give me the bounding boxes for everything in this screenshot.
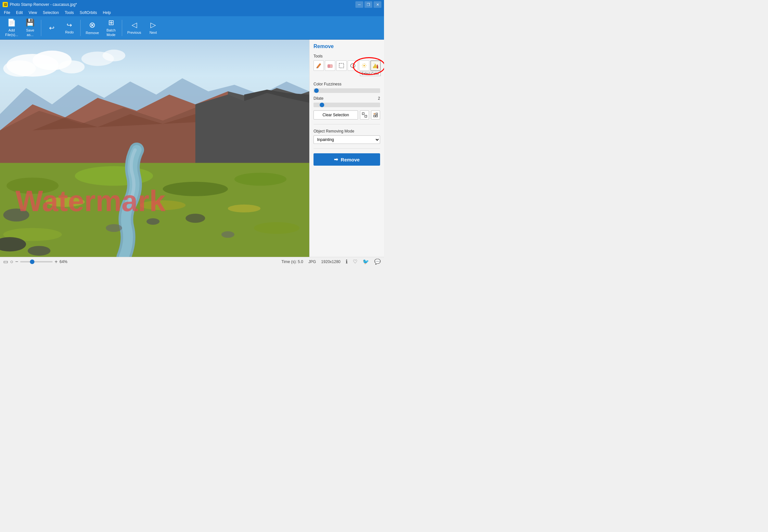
toolbar-separator-1 (41, 20, 41, 36)
action-row: Clear Selection (314, 110, 380, 120)
menu-file[interactable]: File (1, 10, 13, 16)
color-fuzziness-slider[interactable] (314, 88, 380, 93)
svg-point-20 (140, 200, 186, 210)
status-rect-icon: ▭ (3, 259, 8, 265)
previous-button[interactable]: ◁ Previous (125, 18, 144, 38)
format-label: JPG (308, 260, 316, 264)
menu-softorbits[interactable]: SoftOrbits (77, 10, 99, 16)
svg-rect-33 (339, 63, 344, 68)
status-left: ▭ ○ − + 64% (3, 259, 278, 265)
zoom-in-button[interactable]: + (55, 259, 58, 265)
remove-toolbar-button[interactable]: ⊗ Remove (83, 18, 102, 38)
minimize-button[interactable]: ─ (355, 1, 363, 8)
save-as-button[interactable]: 💾 Saveas... (22, 18, 38, 38)
right-panel: Remove Tools (309, 40, 384, 257)
save-icon: 💾 (26, 19, 34, 27)
zoom-out-button[interactable]: − (15, 259, 18, 265)
removing-mode-select[interactable]: Inpainting Content-Aware Fill Texture Sy… (314, 135, 380, 144)
remove-button-label: Remove (341, 157, 360, 162)
toolbar: 📄 AddFile(s)... 💾 Saveas... ↩ ↪ Redo ⊗ R… (0, 16, 384, 40)
select-color-label: Select Color (360, 71, 381, 76)
menu-view[interactable]: View (26, 10, 40, 16)
menu-help[interactable]: Help (100, 10, 114, 16)
next-icon: ▷ (150, 21, 156, 29)
zoom-thumb (30, 260, 34, 264)
color-fuzziness-label: Color Fuzziness (314, 82, 341, 86)
zoom-level: 64% (59, 260, 67, 264)
previous-icon: ◁ (132, 21, 137, 29)
svg-rect-45 (373, 67, 377, 68)
next-button[interactable]: ▷ Next (145, 18, 161, 38)
dilate-slider[interactable] (314, 103, 380, 107)
undo-button[interactable]: ↩ (44, 18, 60, 38)
rect-select-button[interactable] (336, 60, 347, 71)
zoom-track (20, 261, 53, 262)
landscape-image (0, 40, 309, 257)
share-icon[interactable]: ♡ (353, 259, 357, 265)
zoom-selection-button[interactable] (371, 110, 380, 120)
menu-tools[interactable]: Tools (62, 10, 76, 16)
svg-point-27 (186, 214, 205, 223)
canvas-area[interactable]: Watermark (0, 40, 309, 257)
svg-point-15 (6, 178, 58, 194)
batch-icon: ⊞ (108, 19, 114, 27)
batch-mode-button[interactable]: ⊞ BatchMode (103, 18, 119, 38)
redo-icon: ↪ (67, 21, 72, 29)
title-bar: 🖼 Photo Stamp Remover - caucasus.jpg* ─ … (0, 0, 384, 9)
object-removing-section: Object Removing Mode Inpainting Content-… (314, 129, 380, 144)
close-button[interactable]: ✕ (374, 1, 381, 8)
color-picker-button[interactable]: Select Color (370, 60, 381, 71)
svg-point-4 (58, 60, 84, 73)
maximize-button[interactable]: ❐ (365, 1, 372, 8)
zoom-controls: − + 64% (15, 259, 68, 265)
remove-icon: ⊗ (89, 20, 96, 30)
marker-tool-button[interactable] (314, 60, 324, 71)
svg-line-42 (365, 64, 366, 65)
svg-rect-49 (362, 113, 364, 115)
svg-line-40 (363, 64, 363, 65)
svg-point-30 (28, 246, 50, 256)
svg-point-6 (103, 50, 125, 61)
svg-point-17 (163, 182, 228, 196)
svg-marker-13 (195, 93, 309, 163)
dilate-value: 2 (378, 96, 380, 101)
svg-line-48 (374, 63, 374, 64)
toolbar-separator-3 (122, 20, 122, 36)
tools-section: Tools (314, 54, 380, 71)
undo-icon: ↩ (49, 24, 55, 32)
svg-point-47 (377, 65, 378, 66)
add-files-button[interactable]: 📄 AddFile(s)... (3, 18, 21, 38)
svg-rect-32 (328, 65, 330, 68)
svg-point-28 (221, 231, 234, 238)
window-controls[interactable]: ─ ❐ ✕ (355, 1, 381, 8)
divider-1 (314, 124, 380, 124)
magic-wand-button[interactable] (359, 60, 369, 71)
svg-point-23 (254, 222, 300, 234)
removing-mode-label: Object Removing Mode (314, 129, 380, 133)
svg-rect-50 (365, 115, 367, 117)
panel-title: Remove (314, 44, 380, 49)
svg-point-24 (3, 209, 29, 222)
twitter-icon[interactable]: 🐦 (363, 259, 369, 265)
remove-button[interactable]: ➡ Remove (314, 153, 380, 166)
add-files-icon: 📄 (7, 19, 16, 27)
tools-label: Tools (314, 54, 380, 58)
svg-rect-54 (376, 115, 378, 117)
lasso-button[interactable] (348, 60, 358, 71)
toolbar-separator-2 (80, 20, 81, 36)
menu-bar: File Edit View Selection Tools SoftOrbit… (0, 9, 384, 16)
redo-button[interactable]: ↪ Redo (61, 18, 78, 38)
clear-selection-button[interactable]: Clear Selection (314, 110, 358, 120)
eraser-tool-button[interactable] (325, 60, 335, 71)
menu-edit[interactable]: Edit (13, 10, 25, 16)
fit-selection-button[interactable] (360, 110, 369, 120)
remove-arrow-icon: ➡ (334, 157, 338, 162)
menu-selection[interactable]: Selection (40, 10, 61, 16)
svg-point-21 (228, 205, 260, 212)
svg-line-43 (363, 67, 363, 68)
app-icon: 🖼 (3, 2, 8, 7)
window-title: Photo Stamp Remover - caucasus.jpg* (10, 2, 77, 7)
time-label: Time (s): 5.0 (281, 260, 303, 264)
social-icon[interactable]: 💬 (374, 259, 381, 265)
info-icon[interactable]: ℹ (346, 259, 348, 265)
